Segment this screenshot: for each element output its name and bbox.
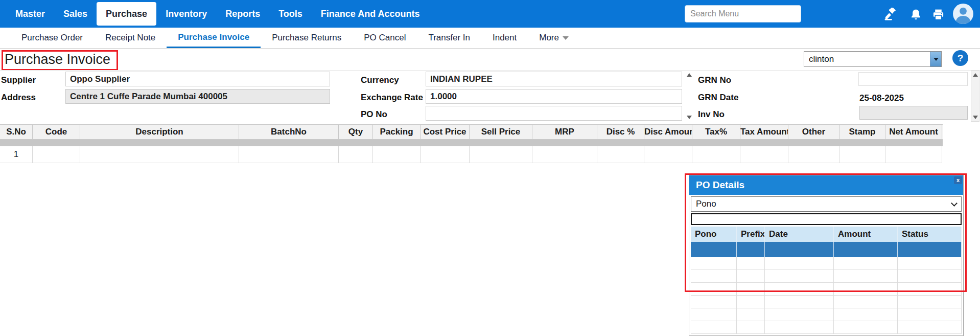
po-cell bbox=[765, 257, 834, 270]
po-empty-row[interactable] bbox=[691, 270, 962, 283]
nav-item-purchase[interactable]: Purchase bbox=[97, 2, 156, 26]
company-user-dropdown[interactable]: clinton bbox=[804, 51, 942, 67]
notifications-bell-icon[interactable] bbox=[908, 7, 923, 22]
main-menu: Master Sales Purchase Inventory Reports … bbox=[0, 0, 429, 28]
scroll-down-icon[interactable] bbox=[973, 116, 978, 119]
col-code: Code bbox=[33, 125, 80, 139]
col-other: Other bbox=[788, 125, 839, 139]
cell-tax-amount[interactable] bbox=[740, 146, 788, 163]
cell-stamp[interactable] bbox=[839, 146, 885, 163]
form-vertical-scrollbar[interactable] bbox=[971, 71, 979, 122]
address-input[interactable] bbox=[65, 89, 330, 104]
po-details-popup: PO Details x Pono Pono Prefix Date Amoun… bbox=[689, 175, 964, 336]
col-batchno: BatchNo bbox=[239, 125, 339, 139]
po-cell bbox=[898, 296, 962, 308]
scroll-up-icon[interactable] bbox=[687, 73, 692, 77]
col-tax-amount: Tax Amount bbox=[740, 125, 788, 139]
cell-code[interactable] bbox=[33, 146, 80, 163]
grn-panel-scrollbar[interactable] bbox=[686, 72, 693, 121]
po-filter-dropdown[interactable]: Pono bbox=[691, 196, 962, 212]
cell-sno[interactable]: 1 bbox=[0, 146, 33, 163]
cell-description[interactable] bbox=[80, 146, 239, 163]
po-empty-row[interactable] bbox=[691, 296, 962, 308]
tab-purchase-invoice[interactable]: Purchase Invoice bbox=[167, 28, 261, 48]
po-cell bbox=[691, 283, 737, 296]
tab-po-cancel[interactable]: PO Cancel bbox=[353, 28, 417, 48]
tab-receipt-note[interactable]: Receipt Note bbox=[94, 28, 167, 48]
col-tax-pct: Tax% bbox=[692, 125, 740, 139]
po-details-popup-title: PO Details x bbox=[689, 175, 963, 195]
tab-purchase-order[interactable]: Purchase Order bbox=[10, 28, 94, 48]
po-filter-dropdown-value: Pono bbox=[696, 199, 716, 209]
po-cell bbox=[765, 270, 834, 283]
currency-input[interactable] bbox=[426, 72, 682, 86]
scroll-down-icon[interactable] bbox=[687, 116, 692, 119]
cell-other[interactable] bbox=[788, 146, 839, 163]
po-cell bbox=[765, 308, 834, 321]
dropdown-arrow-icon[interactable] bbox=[930, 52, 941, 66]
nav-item-sales[interactable]: Sales bbox=[54, 2, 97, 26]
tab-transfer-in[interactable]: Transfer In bbox=[417, 28, 481, 48]
cell-tax-pct[interactable] bbox=[692, 146, 740, 163]
po-col-status: Status bbox=[898, 227, 962, 242]
nav-item-inventory[interactable]: Inventory bbox=[156, 2, 216, 26]
po-empty-row[interactable] bbox=[691, 321, 962, 334]
po-cell bbox=[898, 308, 962, 321]
po-no-input[interactable] bbox=[426, 106, 682, 121]
po-cell bbox=[834, 257, 898, 270]
po-cell bbox=[737, 270, 765, 283]
po-cell bbox=[834, 242, 898, 257]
supplier-input[interactable] bbox=[65, 72, 330, 86]
printer-icon[interactable] bbox=[930, 7, 946, 22]
po-cell bbox=[834, 283, 898, 296]
tab-purchase-returns[interactable]: Purchase Returns bbox=[261, 28, 353, 48]
nav-item-tools[interactable]: Tools bbox=[269, 2, 312, 26]
po-search-input[interactable] bbox=[691, 213, 962, 225]
close-icon[interactable]: x bbox=[954, 176, 962, 184]
nav-item-reports[interactable]: Reports bbox=[216, 2, 269, 26]
inv-no-input[interactable] bbox=[859, 106, 968, 120]
tab-indent[interactable]: Indent bbox=[481, 28, 528, 48]
po-table-header: Pono Prefix Date Amount Status bbox=[691, 227, 962, 242]
po-cell bbox=[691, 296, 737, 308]
col-net-amount: Net Amount bbox=[885, 125, 942, 139]
po-cell bbox=[765, 283, 834, 296]
grn-date-label: GRN Date bbox=[698, 93, 738, 103]
po-empty-row[interactable] bbox=[691, 257, 962, 270]
nav-item-master[interactable]: Master bbox=[6, 2, 54, 26]
cell-disc-pct[interactable] bbox=[597, 146, 644, 163]
gavel-icon[interactable] bbox=[883, 7, 898, 22]
table-row: 1 bbox=[0, 146, 943, 163]
cell-packing[interactable] bbox=[373, 146, 421, 163]
po-cell bbox=[737, 257, 765, 270]
exchange-rate-input[interactable] bbox=[426, 89, 682, 104]
nav-item-finance-and-accounts[interactable]: Finance And Accounts bbox=[312, 2, 429, 26]
user-avatar[interactable] bbox=[952, 3, 974, 25]
purchase-submenu-tabs: Purchase Order Receipt Note Purchase Inv… bbox=[0, 28, 980, 49]
cell-qty[interactable] bbox=[339, 146, 373, 163]
po-empty-row[interactable] bbox=[691, 283, 962, 296]
col-sno: S.No bbox=[0, 125, 33, 139]
col-disc-pct: Disc % bbox=[597, 125, 644, 139]
col-packing: Packing bbox=[373, 125, 421, 139]
po-empty-row[interactable] bbox=[691, 308, 962, 321]
col-mrp: MRP bbox=[532, 125, 597, 139]
supplier-label: Supplier bbox=[1, 75, 36, 85]
po-cell bbox=[691, 242, 737, 257]
scroll-up-icon[interactable] bbox=[973, 73, 978, 77]
tab-more[interactable]: More bbox=[528, 28, 580, 48]
help-button[interactable]: ? bbox=[952, 50, 968, 66]
cell-sell-price[interactable] bbox=[470, 146, 532, 163]
search-menu-input[interactable] bbox=[685, 5, 801, 23]
cell-batchno[interactable] bbox=[239, 146, 339, 163]
po-col-date: Date bbox=[765, 227, 834, 242]
po-cell bbox=[898, 257, 962, 270]
cell-mrp[interactable] bbox=[532, 146, 597, 163]
po-details-title-text: PO Details bbox=[696, 180, 744, 190]
po-cell bbox=[834, 270, 898, 283]
cell-net-amount[interactable] bbox=[885, 146, 942, 163]
cell-cost-price[interactable] bbox=[421, 146, 470, 163]
cell-disc-amount[interactable] bbox=[644, 146, 692, 163]
grn-no-input[interactable] bbox=[858, 72, 968, 86]
po-selected-row[interactable] bbox=[691, 242, 962, 257]
